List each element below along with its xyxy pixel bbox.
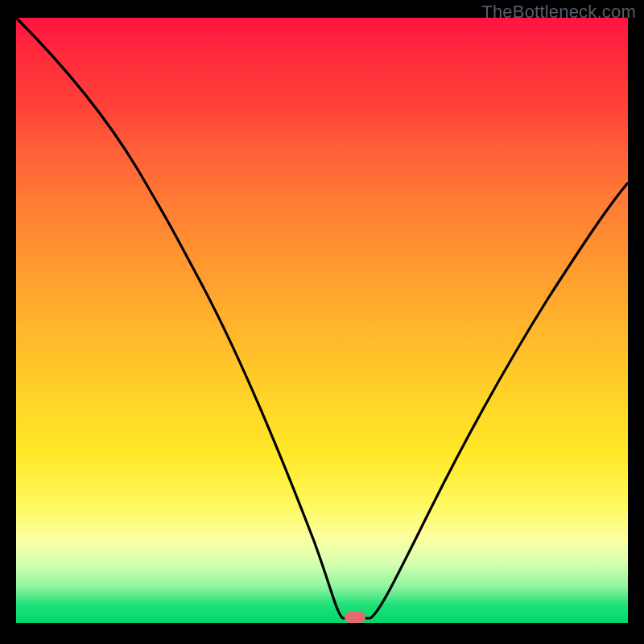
bottleneck-curve xyxy=(16,18,628,623)
plot-area xyxy=(16,18,628,623)
chart-frame: TheBottleneck.com xyxy=(0,0,644,644)
optimal-marker xyxy=(345,612,365,623)
curve-path xyxy=(16,18,628,618)
